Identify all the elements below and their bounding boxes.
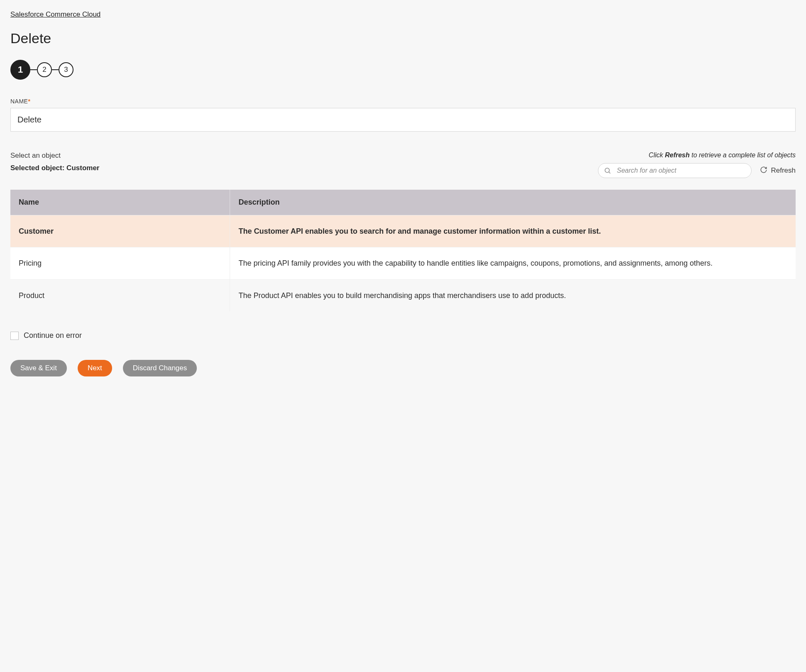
- row-name: Product: [10, 279, 230, 311]
- step-1[interactable]: 1: [10, 60, 30, 80]
- continue-on-error-checkbox[interactable]: [10, 332, 19, 340]
- name-label-text: NAME: [10, 98, 28, 105]
- col-header-description: Description: [230, 190, 796, 215]
- selected-object-label: Selected object: Customer: [10, 164, 99, 172]
- select-prompt: Select an object: [10, 152, 99, 160]
- refresh-button[interactable]: Refresh: [760, 166, 796, 176]
- step-connector: [52, 69, 59, 70]
- refresh-hint-bold: Refresh: [665, 152, 690, 159]
- continue-on-error-label[interactable]: Continue on error: [24, 331, 82, 340]
- name-input[interactable]: [10, 108, 796, 132]
- objects-table: Name Description Customer The Customer A…: [10, 190, 796, 311]
- page-title: Delete: [10, 30, 796, 46]
- next-button[interactable]: Next: [78, 360, 112, 376]
- table-row[interactable]: Customer The Customer API enables you to…: [10, 215, 796, 247]
- selected-value: Customer: [66, 164, 99, 172]
- refresh-label: Refresh: [771, 166, 796, 175]
- refresh-icon: [760, 166, 767, 176]
- required-asterisk: *: [28, 98, 30, 105]
- refresh-hint-pre: Click: [649, 152, 665, 159]
- row-name: Customer: [10, 215, 230, 247]
- discard-changes-button[interactable]: Discard Changes: [123, 360, 197, 376]
- row-name: Pricing: [10, 247, 230, 279]
- breadcrumb-link[interactable]: Salesforce Commerce Cloud: [10, 10, 100, 18]
- row-description: The Customer API enables you to search f…: [230, 215, 796, 247]
- svg-point-0: [605, 168, 610, 173]
- stepper: 1 2 3: [10, 60, 796, 80]
- step-3[interactable]: 3: [59, 62, 73, 77]
- name-field-label: NAME*: [10, 98, 796, 105]
- search-icon: [604, 167, 611, 174]
- refresh-hint: Click Refresh to retrieve a complete lis…: [598, 152, 796, 159]
- step-2[interactable]: 2: [37, 62, 52, 77]
- refresh-hint-post: to retrieve a complete list of objects: [690, 152, 796, 159]
- row-description: The pricing API family provides you with…: [230, 247, 796, 279]
- table-row[interactable]: Pricing The pricing API family provides …: [10, 247, 796, 279]
- save-exit-button[interactable]: Save & Exit: [10, 360, 67, 376]
- svg-line-1: [609, 172, 610, 173]
- step-connector: [30, 69, 37, 70]
- row-description: The Product API enables you to build mer…: [230, 279, 796, 311]
- table-row[interactable]: Product The Product API enables you to b…: [10, 279, 796, 311]
- object-search-input[interactable]: [598, 163, 752, 178]
- col-header-name: Name: [10, 190, 230, 215]
- selected-prefix: Selected object:: [10, 164, 66, 172]
- object-search-box: [598, 163, 752, 178]
